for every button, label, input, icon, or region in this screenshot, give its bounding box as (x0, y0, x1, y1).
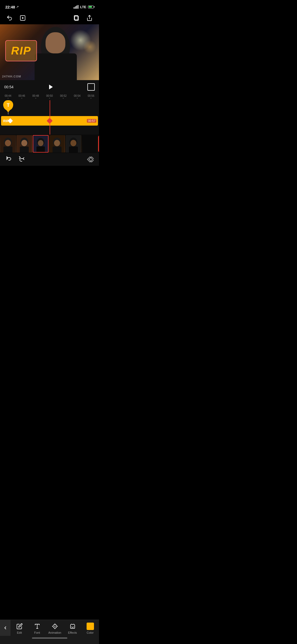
ruler-mark-2: 00:48 (29, 94, 43, 99)
svg-marker-1 (22, 17, 24, 19)
video-background: RIP 247HH.COM (0, 24, 99, 80)
battery-icon (88, 6, 94, 8)
ruler-mark-0: 00:44 (1, 94, 15, 99)
thumbnail-5 (65, 135, 81, 153)
add-clip-button[interactable]: + (98, 135, 99, 153)
thumbnail-1 (0, 135, 16, 153)
svg-point-11 (21, 140, 27, 146)
ruler-mark-1: 00:46 (15, 94, 29, 99)
timeline-area: T RIP 00:57 (0, 100, 99, 135)
text-marker-icon: T (3, 100, 13, 110)
bokeh-light-2 (83, 40, 96, 53)
preview-button[interactable] (18, 14, 27, 22)
svg-rect-16 (36, 146, 45, 152)
rip-text-overlay[interactable]: RIP (5, 40, 37, 61)
timeline-controls: 00:54 (0, 80, 99, 93)
ruler-mark-5: 00:54 (70, 94, 84, 99)
ruler-mark-4: 00:52 (56, 94, 70, 99)
signal-bars (74, 5, 78, 9)
layers-button[interactable] (72, 14, 81, 22)
svg-marker-26 (87, 157, 93, 162)
nav-arrow-icon: ↗ (16, 5, 19, 9)
fullscreen-button[interactable] (87, 83, 95, 91)
undo-button[interactable] (5, 156, 13, 163)
svg-rect-25 (82, 135, 97, 153)
undo-redo-group (5, 156, 25, 163)
ruler-mark-3: 00:50 (43, 94, 56, 99)
toolbar-left (5, 14, 27, 22)
figure-body (35, 53, 77, 80)
share-button[interactable] (85, 14, 94, 22)
keyframe-diamond-center (46, 118, 53, 124)
t-icon-label: T (7, 103, 10, 108)
svg-point-7 (5, 140, 11, 146)
undo-nav-button[interactable] (5, 14, 14, 22)
video-preview: RIP 247HH.COM (0, 24, 99, 80)
current-time-display: 00:54 (4, 85, 13, 89)
play-triangle-icon (49, 85, 53, 89)
status-time: 22:48 (5, 5, 15, 9)
rip-track[interactable]: RIP 00:57 (0, 115, 99, 127)
text-marker[interactable]: T (3, 100, 13, 114)
timeline-ruler: 00:44 00:46 00:48 00:50 00:52 00:54 00:5… (0, 93, 99, 100)
status-right: LTE (74, 5, 94, 9)
toolbar-right (72, 14, 94, 22)
ruler-marks: 00:44 00:46 00:48 00:50 00:52 00:54 00:5… (1, 94, 98, 99)
svg-rect-12 (20, 146, 29, 153)
redo-button[interactable] (18, 156, 25, 163)
svg-point-23 (70, 140, 77, 146)
action-bar (0, 153, 99, 166)
rip-label: RIP (11, 44, 31, 57)
svg-rect-24 (69, 146, 78, 153)
top-toolbar (0, 12, 99, 24)
play-button[interactable] (46, 82, 55, 92)
thumbnail-4 (49, 135, 65, 153)
svg-point-19 (54, 140, 60, 146)
svg-rect-20 (53, 146, 62, 153)
watermark: 247HH.COM (2, 75, 21, 78)
thumbnails-track: + (0, 135, 99, 153)
svg-point-15 (38, 140, 43, 146)
thumbnail-2 (16, 135, 32, 153)
svg-rect-8 (3, 146, 12, 153)
figure-face (46, 32, 65, 53)
thumbnail-3 (33, 135, 49, 153)
thumbnail-6 (82, 135, 98, 153)
rip-track-duration: 00:57 (87, 119, 96, 123)
status-bar: 22:48 ↗ LTE (0, 0, 99, 12)
keyframe-button[interactable] (86, 156, 94, 163)
rip-track-bar[interactable]: RIP 00:57 (1, 116, 98, 126)
lte-label: LTE (80, 5, 86, 9)
ruler-mark-6: 00:56 (84, 94, 98, 99)
